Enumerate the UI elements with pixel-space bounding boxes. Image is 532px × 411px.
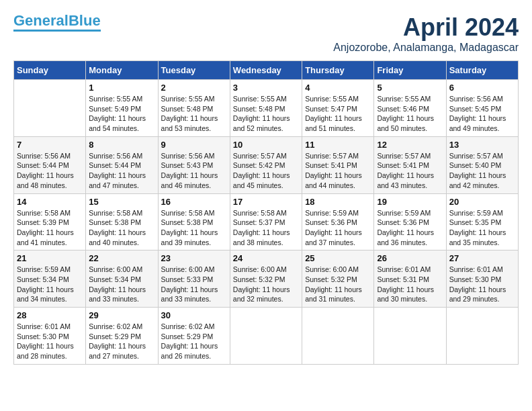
calendar-day-cell (302, 308, 374, 365)
day-number: 10 (233, 140, 299, 150)
calendar-day-cell: 18Sunrise: 5:59 AMSunset: 5:36 PMDayligh… (302, 193, 374, 250)
calendar-day-cell (230, 308, 302, 365)
day-number: 12 (377, 140, 443, 150)
calendar-day-cell: 23Sunrise: 6:00 AMSunset: 5:33 PMDayligh… (158, 250, 230, 308)
day-info: Sunrise: 5:55 AMSunset: 5:48 PMDaylight:… (161, 94, 227, 134)
calendar-header-row: SundayMondayTuesdayWednesdayThursdayFrid… (14, 61, 519, 80)
day-info: Sunrise: 6:00 AMSunset: 5:32 PMDaylight:… (305, 265, 371, 304)
day-number: 3 (233, 83, 299, 93)
day-info: Sunrise: 6:00 AMSunset: 5:33 PMDaylight:… (161, 265, 227, 304)
day-number: 7 (17, 140, 83, 150)
day-info: Sunrise: 5:58 AMSunset: 5:39 PMDaylight:… (17, 208, 83, 248)
day-info: Sunrise: 6:02 AMSunset: 5:29 PMDaylight:… (161, 322, 227, 361)
day-info: Sunrise: 5:59 AMSunset: 5:36 PMDaylight:… (305, 208, 371, 248)
calendar-day-cell: 12Sunrise: 5:57 AMSunset: 5:41 PMDayligh… (374, 136, 446, 193)
calendar-day-cell: 16Sunrise: 5:58 AMSunset: 5:38 PMDayligh… (158, 193, 230, 250)
day-info: Sunrise: 5:57 AMSunset: 5:42 PMDaylight:… (233, 151, 299, 191)
day-number: 14 (17, 197, 83, 207)
logo-underline (13, 30, 101, 32)
day-info: Sunrise: 5:56 AMSunset: 5:44 PMDaylight:… (89, 151, 154, 191)
day-number: 15 (89, 197, 154, 207)
calendar-header-cell: Monday (86, 61, 158, 80)
day-info: Sunrise: 5:56 AMSunset: 5:45 PMDaylight:… (449, 94, 515, 134)
calendar-day-cell (446, 308, 518, 365)
day-number: 23 (161, 253, 227, 263)
calendar-day-cell: 28Sunrise: 6:01 AMSunset: 5:30 PMDayligh… (14, 308, 86, 365)
day-info: Sunrise: 5:57 AMSunset: 5:41 PMDaylight:… (305, 151, 371, 191)
day-info: Sunrise: 6:00 AMSunset: 5:34 PMDaylight:… (89, 265, 154, 304)
day-info: Sunrise: 6:01 AMSunset: 5:30 PMDaylight:… (17, 322, 83, 361)
calendar-day-cell: 10Sunrise: 5:57 AMSunset: 5:42 PMDayligh… (230, 136, 302, 193)
calendar-week-row: 28Sunrise: 6:01 AMSunset: 5:30 PMDayligh… (14, 308, 519, 365)
calendar-day-cell: 4Sunrise: 5:55 AMSunset: 5:47 PMDaylight… (302, 80, 374, 137)
day-info: Sunrise: 5:55 AMSunset: 5:46 PMDaylight:… (377, 94, 443, 134)
day-info: Sunrise: 5:57 AMSunset: 5:41 PMDaylight:… (377, 151, 443, 191)
day-number: 29 (89, 310, 154, 320)
day-info: Sunrise: 5:57 AMSunset: 5:40 PMDaylight:… (449, 151, 515, 191)
location-title: Anjozorobe, Analamanga, Madagascar (333, 42, 519, 54)
day-number: 17 (233, 197, 299, 207)
calendar-day-cell (14, 80, 86, 137)
logo: GeneralBlue (13, 13, 101, 32)
day-number: 22 (89, 253, 154, 263)
day-number: 19 (377, 197, 443, 207)
calendar-day-cell: 22Sunrise: 6:00 AMSunset: 5:34 PMDayligh… (86, 250, 158, 308)
calendar-day-cell: 29Sunrise: 6:02 AMSunset: 5:29 PMDayligh… (86, 308, 158, 365)
calendar-day-cell: 14Sunrise: 5:58 AMSunset: 5:39 PMDayligh… (14, 193, 86, 250)
month-title: April 2024 (333, 13, 519, 42)
day-number: 21 (17, 253, 83, 263)
day-info: Sunrise: 5:55 AMSunset: 5:49 PMDaylight:… (89, 94, 154, 134)
day-number: 16 (161, 197, 227, 207)
day-info: Sunrise: 5:59 AMSunset: 5:35 PMDaylight:… (449, 208, 515, 248)
calendar-header-cell: Thursday (302, 61, 374, 80)
calendar-day-cell: 15Sunrise: 5:58 AMSunset: 5:38 PMDayligh… (86, 193, 158, 250)
calendar-body: 1Sunrise: 5:55 AMSunset: 5:49 PMDaylight… (14, 80, 519, 365)
day-info: Sunrise: 5:58 AMSunset: 5:38 PMDaylight:… (161, 208, 227, 248)
calendar-day-cell: 17Sunrise: 5:58 AMSunset: 5:37 PMDayligh… (230, 193, 302, 250)
day-info: Sunrise: 5:58 AMSunset: 5:38 PMDaylight:… (89, 208, 154, 248)
day-number: 5 (377, 83, 443, 93)
day-number: 6 (449, 83, 515, 93)
calendar-day-cell: 21Sunrise: 5:59 AMSunset: 5:34 PMDayligh… (14, 250, 86, 308)
title-block: April 2024 Anjozorobe, Analamanga, Madag… (333, 13, 519, 54)
logo-part1: General (13, 12, 69, 29)
day-info: Sunrise: 5:56 AMSunset: 5:44 PMDaylight:… (17, 151, 83, 191)
day-info: Sunrise: 5:59 AMSunset: 5:36 PMDaylight:… (377, 208, 443, 248)
calendar-day-cell: 19Sunrise: 5:59 AMSunset: 5:36 PMDayligh… (374, 193, 446, 250)
day-number: 8 (89, 140, 154, 150)
day-number: 24 (233, 253, 299, 263)
day-number: 2 (161, 83, 227, 93)
calendar-week-row: 21Sunrise: 5:59 AMSunset: 5:34 PMDayligh… (14, 250, 519, 308)
calendar-day-cell: 7Sunrise: 5:56 AMSunset: 5:44 PMDaylight… (14, 136, 86, 193)
calendar-day-cell: 1Sunrise: 5:55 AMSunset: 5:49 PMDaylight… (86, 80, 158, 137)
day-number: 11 (305, 140, 371, 150)
day-number: 18 (305, 197, 371, 207)
calendar-header-cell: Tuesday (158, 61, 230, 80)
day-number: 25 (305, 253, 371, 263)
day-info: Sunrise: 5:56 AMSunset: 5:43 PMDaylight:… (161, 151, 227, 191)
day-number: 30 (161, 310, 227, 320)
day-info: Sunrise: 6:02 AMSunset: 5:29 PMDaylight:… (89, 322, 154, 361)
day-number: 4 (305, 83, 371, 93)
day-info: Sunrise: 5:58 AMSunset: 5:37 PMDaylight:… (233, 208, 299, 248)
calendar-day-cell: 2Sunrise: 5:55 AMSunset: 5:48 PMDaylight… (158, 80, 230, 137)
day-number: 28 (17, 310, 83, 320)
calendar-header-cell: Friday (374, 61, 446, 80)
calendar-week-row: 14Sunrise: 5:58 AMSunset: 5:39 PMDayligh… (14, 193, 519, 250)
calendar-day-cell: 20Sunrise: 5:59 AMSunset: 5:35 PMDayligh… (446, 193, 518, 250)
calendar-week-row: 1Sunrise: 5:55 AMSunset: 5:49 PMDaylight… (14, 80, 519, 137)
day-number: 27 (449, 253, 515, 263)
day-number: 26 (377, 253, 443, 263)
logo-part2: Blue (69, 12, 101, 29)
calendar-table: SundayMondayTuesdayWednesdayThursdayFrid… (13, 60, 519, 365)
calendar-day-cell (374, 308, 446, 365)
calendar-day-cell: 9Sunrise: 5:56 AMSunset: 5:43 PMDaylight… (158, 136, 230, 193)
day-number: 9 (161, 140, 227, 150)
page-header: GeneralBlue April 2024 Anjozorobe, Anala… (13, 13, 519, 54)
calendar-day-cell: 5Sunrise: 5:55 AMSunset: 5:46 PMDaylight… (374, 80, 446, 137)
calendar-day-cell: 26Sunrise: 6:01 AMSunset: 5:31 PMDayligh… (374, 250, 446, 308)
day-info: Sunrise: 6:01 AMSunset: 5:30 PMDaylight:… (449, 265, 515, 304)
calendar-day-cell: 25Sunrise: 6:00 AMSunset: 5:32 PMDayligh… (302, 250, 374, 308)
day-info: Sunrise: 6:00 AMSunset: 5:32 PMDaylight:… (233, 265, 299, 304)
day-info: Sunrise: 5:55 AMSunset: 5:48 PMDaylight:… (233, 94, 299, 134)
